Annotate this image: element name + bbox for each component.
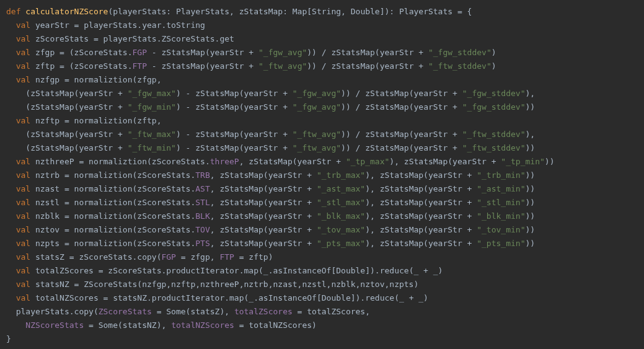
code-token: Double [322,293,351,303]
code-token: FGP [133,48,147,57]
code-token: "_trb_min" [477,170,525,180]
code-token: nzthreeP = normaliztion(zScoreStats. [35,157,210,166]
code-token: "_blk_max" [317,211,365,221]
code-token [6,116,16,125]
code-token: ) - zStatsMap(yearStr + [176,102,293,112]
code-token: "_ftw_stddev" [462,130,526,139]
code-token: (zStatsMap(yearStr + [6,89,128,98]
code-token [6,61,16,71]
code-token: ]).reduce(_ + _) [351,293,428,303]
code-token: )) / zStatsMap(yearStr + [341,130,462,139]
code-token: - zStatsMap(yearStr + [147,48,258,57]
code-token: )) / zStatsMap(yearStr + [307,48,428,57]
code-token: val [16,20,35,30]
code-token: ), [526,89,536,98]
code-token: val [16,252,35,262]
code-token: "_fgw_avg" [293,89,341,98]
code-token: "_tov_max" [317,225,365,234]
code-token: zfgp = (zScoreStats. [35,48,133,57]
code-token: )) [526,184,536,193]
code-token: "_pts_max" [317,239,365,248]
code-token: ), zStatsMap(yearStr + [365,239,477,248]
code-token: "_pts_min" [477,239,525,248]
code-token: val [16,34,35,43]
code-token: - zStatsMap(yearStr + [147,61,258,71]
code-token: playerStats.copy( [6,307,99,316]
code-token: val [16,225,35,234]
code-token [6,170,16,180]
code-token: ), zStatsMap(yearStr + [389,157,501,166]
code-token: "_blk_min" [477,211,525,221]
code-token: "_fgw_max" [128,89,176,98]
code-token: ), zStatsMap(yearStr + [365,198,477,207]
code-token: )) / zStatsMap(yearStr + [307,61,428,71]
code-token: = Some(statsZ), [152,307,234,316]
code-token: val [16,198,35,207]
code-token: TOV [195,225,210,234]
code-token [6,266,16,275]
code-token: FGP [161,252,175,262]
code-token: "_stl_max" [317,198,365,207]
code-token: FTP [133,61,147,71]
code-token: "_fgw_stddev" [428,48,492,57]
code-token [6,320,25,330]
code-token [6,20,16,30]
code-token: statsZ = zScoreStats.copy( [35,252,162,262]
code-token [6,48,16,57]
code-token: totalNZScores [171,320,234,330]
code-token: ) - zStatsMap(yearStr + [176,130,293,139]
code-token: FTP [219,252,234,262]
code-token: ]): PlayerStats = { [380,7,472,16]
code-token: Double [351,7,380,16]
code-token: val [16,239,35,248]
code-token: , zStatsMap(yearStr + [239,157,346,166]
code-token: ), zStatsMap(yearStr + [365,225,477,234]
code-token: String [312,7,341,16]
code-token: (zStatsMap(yearStr + [6,102,128,112]
code-token: "_ast_max" [317,184,365,193]
code-token: ZScoreStats [99,307,152,316]
code-token: = zftp) [234,252,273,262]
code-token: ]).reduce(_ + _) [365,266,443,275]
code-token: "_ftw_stddev" [428,61,492,71]
code-token: "_fgw_stddev" [462,102,526,112]
code-token: "_stl_min" [477,198,525,207]
code-token: , zStatsMap(yearStr + [210,198,317,207]
code-token: "_ftw_stddev" [462,143,526,152]
code-token: "_ftw_avg" [293,130,341,139]
code-token: ) - zStatsMap(yearStr + [176,143,293,152]
code-token: zScoreStats = playerStats.ZScoreStats.ge… [35,34,234,43]
code-token: val [16,170,35,180]
code-token: )) [526,102,536,112]
code-token: "_tov_min" [477,225,525,234]
code-token [6,34,16,43]
code-token: )) / zStatsMap(yearStr + [341,102,462,112]
code-token: (zStatsMap(yearStr + [6,143,128,152]
code-token: totalZScores [234,307,293,316]
code-token: )) [545,157,555,166]
code-token: zftp = (zScoreStats. [35,61,133,71]
code-token: = totalNZScores) [234,320,317,330]
code-token: "_ast_min" [477,184,525,193]
code-token: BLK [195,211,210,221]
code-token: val [16,211,35,221]
code-token: "_trb_max" [317,170,365,180]
code-token: val [16,280,35,289]
code-token [6,184,16,193]
code-token: )) [526,198,536,207]
code-token: val [16,184,35,193]
code-token: nzpts = normaliztion(zScoreStats. [35,239,195,248]
code-token [6,225,16,234]
code-token: , zStatsMap(yearStr + [210,170,317,180]
code-block: def calculatorNZScore(playerStats: Playe… [0,0,644,349]
code-token: ), zStatsMap(yearStr + [365,211,477,221]
code-token: NZScoreStats [25,320,84,330]
code-token: , zStatsMap(yearStr + [210,239,317,248]
code-token: nzast = normaliztion(zScoreStats. [35,184,195,193]
code-token: ) [492,61,496,71]
code-token: val [16,61,35,71]
code-token: TRB [195,170,210,180]
code-token [6,252,16,262]
code-token: totalNZScores = statsNZ.productIterator.… [35,293,322,303]
code-token: (playerStats: PlayerStats, zStatsMap: Ma… [108,7,312,16]
